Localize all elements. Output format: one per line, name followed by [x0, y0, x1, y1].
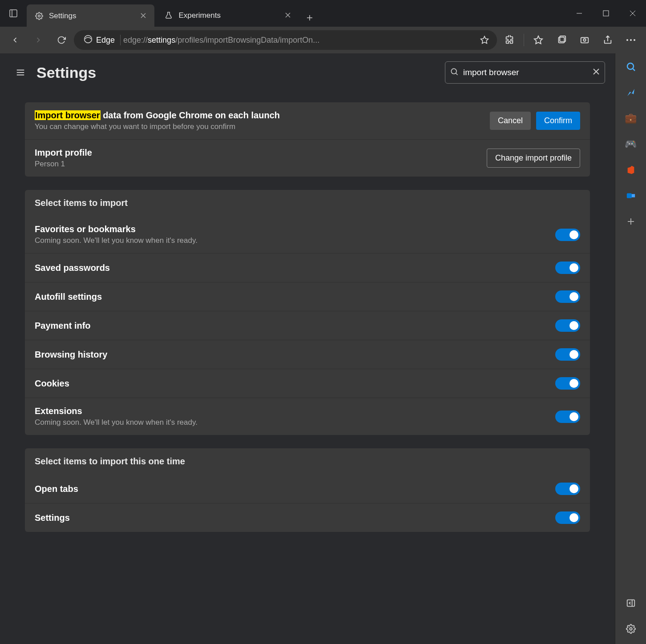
- settings-search[interactable]: [445, 61, 605, 84]
- tab-label: Settings: [49, 12, 76, 20]
- back-button[interactable]: [4, 29, 26, 51]
- tab-experiments[interactable]: Experiments: [156, 4, 299, 27]
- close-window-button[interactable]: [619, 4, 646, 22]
- titlebar: Settings Experiments: [0, 0, 646, 27]
- tab-strip: Settings Experiments: [27, 0, 319, 27]
- svg-line-33: [633, 69, 634, 71]
- toggle-switch[interactable]: [555, 262, 580, 274]
- svg-rect-0: [10, 10, 17, 17]
- close-icon[interactable]: [285, 12, 293, 20]
- maximize-button[interactable]: [593, 4, 619, 22]
- settings-scroll[interactable]: Import browser data from Google Chrome o…: [0, 92, 615, 644]
- setting-title: Payment info: [35, 321, 555, 331]
- clear-search-icon[interactable]: [592, 68, 600, 77]
- collections-button[interactable]: [551, 29, 572, 51]
- toggle-switch[interactable]: [555, 483, 580, 495]
- outlook-icon[interactable]: [624, 189, 638, 203]
- svg-point-20: [583, 39, 586, 41]
- tab-label: Experiments: [178, 11, 220, 20]
- toggle-switch[interactable]: [555, 319, 580, 332]
- setting-row: Browsing history: [25, 340, 590, 369]
- minimize-button[interactable]: [566, 4, 593, 22]
- settings-header: Settings: [0, 53, 615, 92]
- setting-row: Payment info: [25, 311, 590, 340]
- sidebar-add-icon[interactable]: [624, 214, 638, 229]
- change-profile-button[interactable]: Change import profile: [487, 149, 580, 168]
- toggle-switch[interactable]: [555, 511, 580, 524]
- toggle-switch[interactable]: [555, 411, 580, 423]
- office-icon[interactable]: [624, 163, 638, 177]
- sidebar-collapse-icon[interactable]: [624, 596, 638, 610]
- svg-point-2: [38, 15, 40, 17]
- toggle-switch[interactable]: [555, 229, 580, 241]
- setting-subtitle: Coming soon. We'll let you know when it'…: [35, 418, 555, 427]
- menu-button[interactable]: [12, 64, 28, 80]
- games-icon[interactable]: 🎮: [624, 137, 638, 151]
- tab-settings[interactable]: Settings: [27, 4, 154, 27]
- screenshot-button[interactable]: [574, 29, 595, 51]
- favorites-button[interactable]: [528, 29, 549, 51]
- setting-title: Autofill settings: [35, 292, 555, 302]
- setting-title: Favorites or bookmarks: [35, 224, 555, 234]
- svg-rect-38: [627, 600, 634, 607]
- url-text: edge://settings/profiles/importBrowsingD…: [123, 36, 476, 45]
- svg-marker-16: [534, 36, 542, 44]
- svg-rect-19: [581, 38, 589, 43]
- tab-actions-button[interactable]: [0, 0, 27, 27]
- svg-point-22: [626, 39, 628, 41]
- import-banner-row: Import browser data from Google Chrome o…: [25, 102, 590, 139]
- setting-title: Settings: [35, 513, 555, 523]
- close-icon[interactable]: [140, 12, 148, 20]
- setting-row: Favorites or bookmarksComing soon. We'll…: [25, 216, 590, 253]
- toggle-switch[interactable]: [555, 290, 580, 303]
- setting-title: Browsing history: [35, 350, 555, 360]
- toggle-switch[interactable]: [555, 377, 580, 390]
- page-title: Settings: [36, 64, 96, 81]
- discover-icon[interactable]: [624, 85, 638, 100]
- extensions-button[interactable]: [499, 29, 520, 51]
- svg-point-23: [630, 39, 632, 41]
- svg-point-28: [451, 68, 456, 74]
- setting-row: ExtensionsComing soon. We'll let you kno…: [25, 398, 590, 435]
- search-input[interactable]: [463, 68, 588, 77]
- select-items-onetime-card: Select items to import this one time Ope…: [25, 448, 590, 532]
- share-button[interactable]: [597, 29, 618, 51]
- section-heading: Select items to import: [25, 190, 590, 216]
- favorite-add-icon[interactable]: [476, 32, 493, 48]
- address-bar[interactable]: Edge edge://settings/profiles/importBrow…: [74, 30, 497, 50]
- new-tab-button[interactable]: [301, 9, 319, 27]
- svg-point-32: [627, 63, 634, 69]
- content-area: Settings Import browser data from Google…: [0, 53, 646, 644]
- toggle-switch[interactable]: [555, 348, 580, 361]
- setting-subtitle: Coming soon. We'll let you know when it'…: [35, 236, 555, 245]
- setting-title: Open tabs: [35, 484, 555, 494]
- cancel-button[interactable]: Cancel: [490, 112, 531, 130]
- section-heading: Select items to import this one time: [25, 448, 590, 475]
- edge-logo-icon: [84, 35, 93, 45]
- refresh-button[interactable]: [51, 29, 72, 51]
- tools-icon[interactable]: 💼: [624, 111, 638, 125]
- setting-title: Cookies: [35, 378, 555, 389]
- divider: [524, 34, 524, 46]
- setting-row: Open tabs: [25, 475, 590, 503]
- select-items-card: Select items to import Favorites or book…: [25, 190, 590, 435]
- banner-title: Import browser data from Google Chrome o…: [35, 110, 490, 121]
- sidebar-settings-icon[interactable]: [624, 622, 638, 636]
- more-button[interactable]: [620, 29, 642, 51]
- confirm-button[interactable]: Confirm: [536, 112, 580, 130]
- search-icon: [450, 67, 459, 78]
- svg-rect-35: [631, 194, 634, 197]
- import-banner-card: Import browser data from Google Chrome o…: [25, 102, 590, 177]
- toolbar: Edge edge://settings/profiles/importBrow…: [0, 27, 646, 53]
- setting-row: Autofill settings: [25, 282, 590, 311]
- banner-subtitle: You can change what you want to import b…: [35, 122, 490, 131]
- site-identity[interactable]: Edge: [78, 35, 121, 45]
- gear-icon: [35, 12, 44, 20]
- setting-title: Saved passwords: [35, 263, 555, 273]
- profile-value: Person 1: [35, 160, 487, 169]
- sidebar-search-icon[interactable]: [624, 60, 638, 74]
- forward-button[interactable]: [28, 29, 49, 51]
- setting-row: Saved passwords: [25, 253, 590, 282]
- svg-point-24: [634, 39, 635, 41]
- svg-rect-34: [626, 193, 631, 198]
